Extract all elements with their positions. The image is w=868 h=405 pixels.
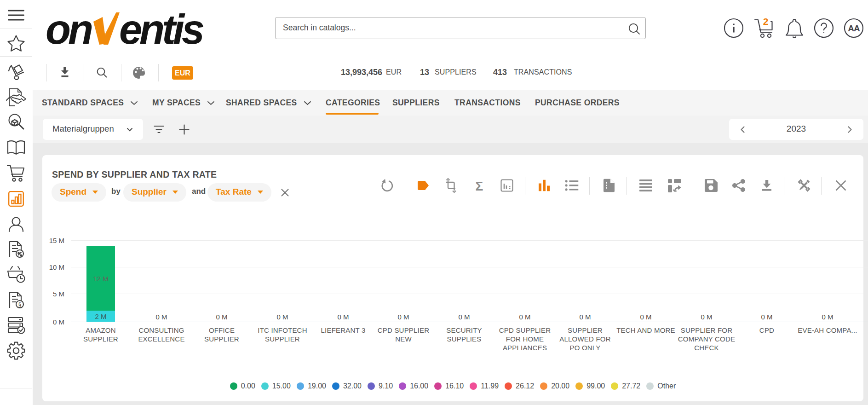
svg-text:§: § — [18, 301, 21, 308]
svg-text:2: 2 — [763, 17, 769, 27]
svg-text:AA: AA — [848, 23, 860, 33]
